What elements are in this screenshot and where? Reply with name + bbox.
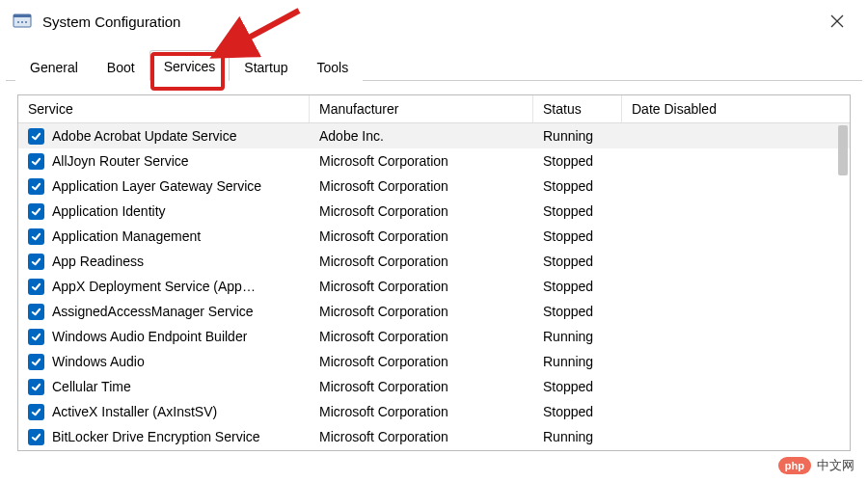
service-manufacturer: Microsoft Corporation <box>310 203 533 219</box>
service-manufacturer: Microsoft Corporation <box>310 254 533 269</box>
column-header-date-disabled[interactable]: Date Disabled <box>622 95 850 122</box>
table-row[interactable]: Windows Audio Endpoint BuilderMicrosoft … <box>18 324 850 349</box>
service-status: Stopped <box>533 404 622 419</box>
service-status: Stopped <box>533 304 622 319</box>
service-status: Stopped <box>533 203 622 219</box>
table-row[interactable]: Application Layer Gateway ServiceMicroso… <box>18 174 850 199</box>
table-row[interactable]: AppX Deployment Service (App…Microsoft C… <box>18 274 850 299</box>
service-status: Running <box>533 128 622 144</box>
column-header-manufacturer[interactable]: Manufacturer <box>310 95 533 122</box>
watermark: php 中文网 <box>778 457 854 474</box>
service-manufacturer: Microsoft Corporation <box>310 379 533 394</box>
service-status: Stopped <box>533 254 622 269</box>
table-row[interactable]: Windows AudioMicrosoft CorporationRunnin… <box>18 349 850 374</box>
service-manufacturer: Microsoft Corporation <box>310 153 533 169</box>
service-name: Application Identity <box>52 203 166 219</box>
service-status: Running <box>533 354 622 369</box>
service-checkbox[interactable] <box>28 254 44 270</box>
service-manufacturer: Microsoft Corporation <box>310 354 533 369</box>
table-row[interactable]: Adobe Acrobat Update ServiceAdobe Inc.Ru… <box>18 123 850 148</box>
svg-point-2 <box>17 21 19 23</box>
svg-point-4 <box>25 21 27 23</box>
tab-services[interactable]: Services <box>149 50 231 81</box>
service-name: Adobe Acrobat Update Service <box>52 128 236 144</box>
table-row[interactable]: Application ManagementMicrosoft Corporat… <box>18 224 850 249</box>
service-status: Stopped <box>533 279 622 294</box>
service-checkbox[interactable] <box>28 329 44 345</box>
table-row[interactable]: Cellular TimeMicrosoft CorporationStoppe… <box>18 374 850 399</box>
service-name: Windows Audio Endpoint Builder <box>52 329 247 344</box>
service-status: Stopped <box>533 379 622 394</box>
column-header-status[interactable]: Status <box>533 95 622 122</box>
service-status: Stopped <box>533 153 622 169</box>
watermark-text: 中文网 <box>817 457 854 474</box>
service-name: Application Layer Gateway Service <box>52 178 261 194</box>
titlebar: System Configuration <box>0 0 868 42</box>
window-title: System Configuration <box>42 13 818 30</box>
service-checkbox[interactable] <box>28 304 44 320</box>
svg-rect-1 <box>14 14 31 17</box>
watermark-logo: php <box>778 457 811 474</box>
msconfig-icon <box>12 11 33 32</box>
service-checkbox[interactable] <box>28 404 44 420</box>
service-checkbox[interactable] <box>28 153 44 170</box>
service-name: ActiveX Installer (AxInstSV) <box>52 404 217 419</box>
table-row[interactable]: AllJoyn Router ServiceMicrosoft Corporat… <box>18 148 850 174</box>
service-checkbox[interactable] <box>28 379 44 395</box>
tab-startup[interactable]: Startup <box>230 51 302 81</box>
list-header: Service Manufacturer Status Date Disable… <box>18 95 850 123</box>
service-name: Cellular Time <box>52 379 131 394</box>
service-checkbox[interactable] <box>28 279 44 295</box>
close-button[interactable] <box>818 7 856 36</box>
tab-content: Service Manufacturer Status Date Disable… <box>0 81 868 451</box>
service-status: Stopped <box>533 228 622 244</box>
service-checkbox[interactable] <box>28 429 44 445</box>
tab-general[interactable]: General <box>15 51 93 81</box>
service-status: Stopped <box>533 178 622 194</box>
service-checkbox[interactable] <box>28 228 44 245</box>
service-manufacturer: Microsoft Corporation <box>310 329 533 344</box>
service-manufacturer: Adobe Inc. <box>310 128 533 144</box>
service-checkbox[interactable] <box>28 128 44 145</box>
service-manufacturer: Microsoft Corporation <box>310 279 533 294</box>
service-checkbox[interactable] <box>28 178 44 195</box>
service-name: Windows Audio <box>52 354 145 369</box>
service-manufacturer: Microsoft Corporation <box>310 404 533 419</box>
service-manufacturer: Microsoft Corporation <box>310 429 533 444</box>
svg-point-3 <box>21 21 23 23</box>
tab-boot[interactable]: Boot <box>93 51 149 81</box>
services-list: Service Manufacturer Status Date Disable… <box>17 94 851 451</box>
service-manufacturer: Microsoft Corporation <box>310 228 533 244</box>
tab-strip: General Boot Services Startup Tools <box>6 42 862 81</box>
table-row[interactable]: BitLocker Drive Encryption ServiceMicros… <box>18 424 850 449</box>
service-status: Running <box>533 329 622 344</box>
scrollbar[interactable] <box>838 125 848 448</box>
table-row[interactable]: App ReadinessMicrosoft CorporationStoppe… <box>18 249 850 274</box>
service-name: App Readiness <box>52 254 144 269</box>
service-name: AppX Deployment Service (App… <box>52 279 256 294</box>
service-name: Application Management <box>52 228 201 244</box>
service-name: BitLocker Drive Encryption Service <box>52 429 260 444</box>
service-checkbox[interactable] <box>28 354 44 370</box>
table-row[interactable]: AssignedAccessManager ServiceMicrosoft C… <box>18 299 850 324</box>
table-row[interactable]: ActiveX Installer (AxInstSV)Microsoft Co… <box>18 399 850 424</box>
service-manufacturer: Microsoft Corporation <box>310 178 533 194</box>
scrollbar-thumb[interactable] <box>838 125 848 175</box>
service-name: AssignedAccessManager Service <box>52 304 254 319</box>
table-row[interactable]: Application IdentityMicrosoft Corporatio… <box>18 199 850 224</box>
service-checkbox[interactable] <box>28 203 44 220</box>
service-status: Running <box>533 429 622 444</box>
tab-tools[interactable]: Tools <box>302 51 363 81</box>
column-header-service[interactable]: Service <box>18 95 310 122</box>
service-name: AllJoyn Router Service <box>52 153 189 169</box>
service-manufacturer: Microsoft Corporation <box>310 304 533 319</box>
list-body[interactable]: Adobe Acrobat Update ServiceAdobe Inc.Ru… <box>18 123 850 450</box>
